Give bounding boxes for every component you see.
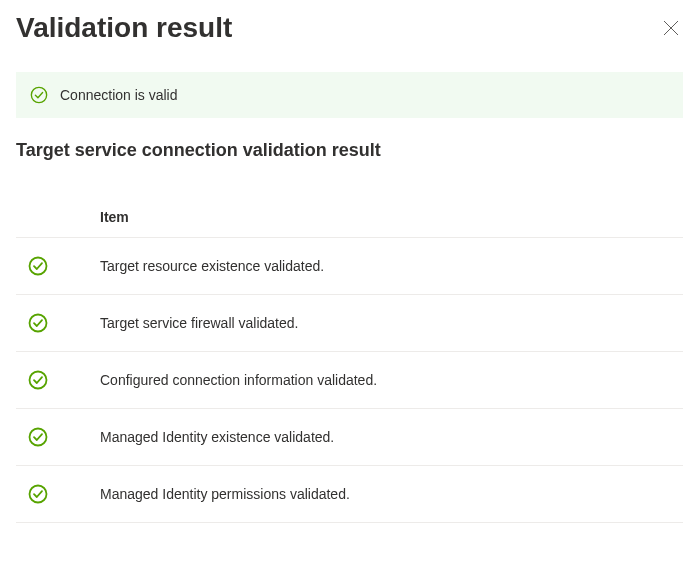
status-banner: Connection is valid — [16, 72, 683, 118]
table-header-item-col: Item — [100, 209, 671, 225]
validation-table: Item Target resource existence validated… — [16, 209, 683, 523]
svg-point-6 — [30, 429, 47, 446]
close-icon — [663, 20, 679, 36]
table-row: Target resource existence validated. — [16, 238, 683, 295]
svg-point-3 — [30, 258, 47, 275]
table-row: Configured connection information valida… — [16, 352, 683, 409]
svg-point-4 — [30, 315, 47, 332]
row-item-text: Target resource existence validated. — [100, 258, 671, 274]
panel-header: Validation result — [16, 12, 683, 44]
row-status-cell — [28, 370, 100, 390]
success-check-icon — [30, 86, 48, 104]
success-check-icon — [28, 256, 48, 276]
row-status-cell — [28, 313, 100, 333]
table-header-row: Item — [16, 209, 683, 238]
row-status-cell — [28, 427, 100, 447]
table-header-status-col — [28, 209, 100, 225]
page-title: Validation result — [16, 12, 232, 44]
success-check-icon — [28, 370, 48, 390]
svg-point-5 — [30, 372, 47, 389]
svg-point-7 — [30, 486, 47, 503]
table-row: Target service firewall validated. — [16, 295, 683, 352]
success-check-icon — [28, 313, 48, 333]
row-item-text: Managed Identity permissions validated. — [100, 486, 671, 502]
table-row: Managed Identity permissions validated. — [16, 466, 683, 523]
row-status-cell — [28, 484, 100, 504]
svg-point-2 — [31, 87, 46, 102]
row-item-text: Configured connection information valida… — [100, 372, 671, 388]
row-item-text: Managed Identity existence validated. — [100, 429, 671, 445]
section-subtitle: Target service connection validation res… — [16, 140, 683, 161]
close-button[interactable] — [659, 16, 683, 40]
row-item-text: Target service firewall validated. — [100, 315, 671, 331]
status-message: Connection is valid — [60, 87, 178, 103]
table-row: Managed Identity existence validated. — [16, 409, 683, 466]
row-status-cell — [28, 256, 100, 276]
success-check-icon — [28, 484, 48, 504]
success-check-icon — [28, 427, 48, 447]
